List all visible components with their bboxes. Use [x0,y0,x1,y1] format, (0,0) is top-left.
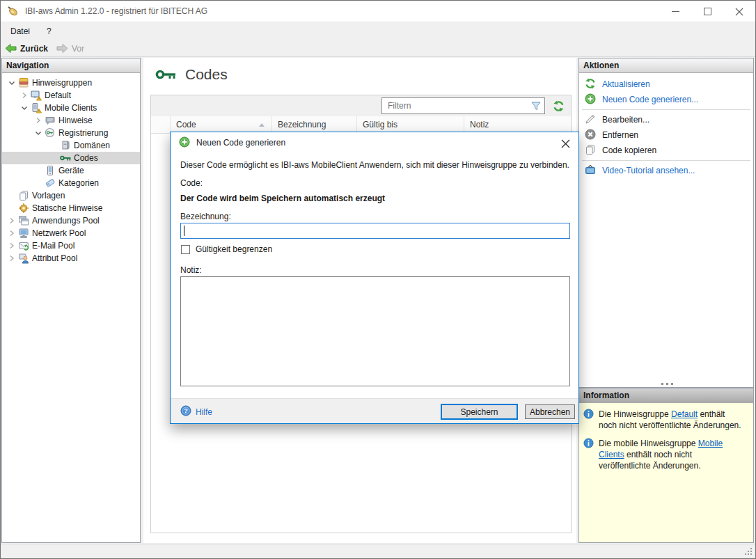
tree-item-email-pool[interactable]: E-Mail Pool [2,239,140,252]
filter-input[interactable] [381,97,545,114]
network-computer-icon [17,228,29,239]
tree-item-attribut-pool[interactable]: Attribut Pool [2,252,140,265]
tree-item-anwendungs-pool[interactable]: Anwendungs Pool [2,214,140,227]
information-body: Die Hinweisgruppe Default enthält noch n… [579,403,753,542]
chevron-spacer [33,179,44,187]
tree-item-vorlagen[interactable]: Vorlagen [2,189,140,202]
tree-item-label: Registrierung [58,128,108,138]
tree-item-label: Domänen [74,141,110,150]
action-neuen-code-generieren[interactable]: Neuen Code generieren... [579,92,753,107]
maximize-button[interactable] [691,1,723,22]
pencil-icon [585,113,596,127]
chevron-right-icon [6,242,17,250]
cancel-button[interactable]: Abbrechen [525,404,575,419]
actions-separator [582,160,750,161]
tree-item-geraete[interactable]: Geräte [2,164,140,177]
chevron-right-icon [33,116,44,125]
dialog-close-icon[interactable] [559,137,572,150]
tree-item-label: Hinweisgruppen [32,78,92,88]
chevron-right-icon [19,91,30,100]
tree-item-label: Netzwerk Pool [32,228,86,238]
validity-checkbox-label: Gültigkeit begrenzen [196,244,272,254]
help-link[interactable]: ? Hilfe [180,405,212,418]
app-logo-icon [7,6,19,17]
splitter-handle[interactable] [655,381,679,386]
window-controls [659,1,755,22]
column-header-code[interactable]: Code [171,116,272,133]
information-header: Information [579,388,753,403]
info-icon [583,409,594,431]
refresh-icon[interactable] [551,99,565,113]
tree-item-hinweisgruppen[interactable]: Hinweisgruppen [2,77,140,89]
column-header-bezeichnung[interactable]: Bezeichnung [272,116,357,133]
dialog-description: Dieser Code ermöglicht es IBI-aws Mobile… [180,160,574,170]
registration-icon [44,127,56,139]
column-header-gueltig-bis[interactable]: Gültig bis [357,116,464,133]
chevron-spacer [6,204,17,212]
action-label: Aktualisieren [602,79,650,89]
close-button[interactable] [723,1,755,22]
tree-item-label: Vorlagen [32,191,65,200]
code-hint: Der Code wird beim Speichern automatisch… [180,194,385,203]
info-link-default[interactable]: Default [671,409,698,419]
gear-icon [17,203,29,214]
mobile-device-icon [44,165,56,176]
minimize-button[interactable] [659,1,691,22]
notiz-field[interactable] [180,276,570,386]
filter-bar [151,95,571,116]
text-caret [184,226,184,236]
dialog-title-bar: Neuen Code generieren [171,132,578,153]
tree-item-label: Kategorien [58,178,99,188]
back-arrow-icon [5,43,17,54]
menu-item-datei[interactable]: Datei [3,24,37,39]
add-circle-icon [179,136,190,150]
tree-item-registrierung[interactable]: Registrierung [2,127,140,139]
navigation-panel: Navigation Hinweisgruppen Default Mobile… [1,58,141,543]
app-window: IBI-aws Admin 1.22.0 - registriert für I… [0,0,756,559]
back-button[interactable]: Zurück [1,42,52,55]
tree-item-mobile-clients[interactable]: Mobile Clients [2,102,140,114]
menu-item-help[interactable]: ? [40,24,58,39]
chevron-down-icon [6,79,17,87]
column-header-notiz[interactable]: Notiz [464,116,571,133]
back-label: Zurück [20,44,48,54]
forward-label: Vor [72,44,84,54]
column-label: Notiz [470,120,489,129]
action-bearbeiten[interactable]: Bearbeiten... [579,112,753,127]
resize-grip[interactable] [744,547,753,558]
chevron-right-icon [6,216,17,225]
action-aktualisieren[interactable]: Aktualisieren [579,77,753,92]
tree-item-codes[interactable]: Codes [2,152,140,164]
refresh-icon [585,78,596,91]
chevron-right-icon [6,229,17,237]
tree-item-label: Statische Hinweise [32,203,102,213]
save-button[interactable]: Speichern [441,404,518,420]
info-text: Die mobile Hinweisgruppe Mobile Clients … [599,438,743,471]
filter-funnel-icon[interactable] [529,100,543,112]
tree-item-netzwerk-pool[interactable]: Netzwerk Pool [2,227,140,239]
add-circle-icon [585,93,596,107]
bezeichnung-field[interactable] [180,223,570,239]
action-entfernen[interactable]: Entfernen [579,127,753,143]
chevron-spacer [48,141,59,150]
tree-item-kategorien[interactable]: Kategorien [2,177,140,189]
tree-item-statische-hinweise[interactable]: Statische Hinweise [2,202,140,214]
new-code-dialog: Neuen Code generieren Dieser Code ermögl… [170,132,579,424]
app-windows-icon [17,215,29,226]
column-label: Bezeichnung [278,120,326,129]
chevron-spacer [48,154,59,162]
tree-item-hinweise[interactable]: Hinweise [2,114,140,127]
tree-item-label: Hinweise [58,116,93,125]
validity-checkbox[interactable] [181,245,190,254]
action-code-kopieren[interactable]: Code kopieren [579,143,753,158]
forward-button[interactable]: Vor [52,42,88,55]
table-header-selector [151,116,171,133]
action-video-tutorial[interactable]: Video-Tutorial ansehen... [579,163,753,178]
info-text-prefix: Die mobile Hinweisgruppe [599,439,698,448]
video-tv-icon [585,164,596,178]
tree-item-domaenen[interactable]: Domänen [2,139,140,152]
tree-item-default[interactable]: Default [2,89,140,102]
column-label: Gültig bis [363,120,397,129]
navigation-header: Navigation [2,58,140,73]
validity-checkbox-row[interactable]: Gültigkeit begrenzen [181,244,272,254]
